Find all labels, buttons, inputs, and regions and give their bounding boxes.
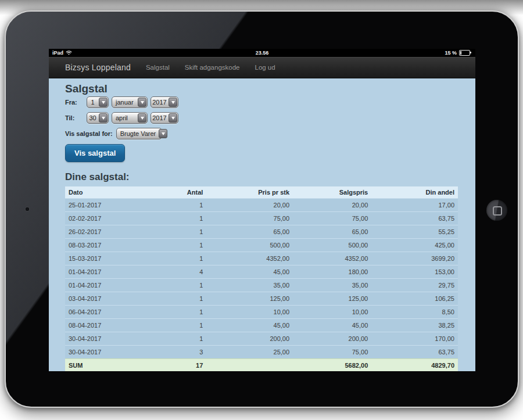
- from-day-select[interactable]: 1: [87, 96, 109, 108]
- cell-number: 65,00: [206, 225, 293, 239]
- table-row: 08-04-2017145,0045,0038,25: [65, 319, 458, 332]
- from-month-select[interactable]: januar: [112, 96, 148, 108]
- from-year-value: 2017: [151, 97, 168, 107]
- battery-icon: [459, 50, 470, 56]
- table-row: 25-01-2017120,0020,0017,00: [65, 199, 458, 212]
- to-month-select[interactable]: april: [112, 112, 148, 124]
- cell-number: 1: [152, 319, 207, 332]
- cell-date: 03-04-2017: [65, 292, 152, 306]
- cell-date: 30-04-2017: [65, 346, 152, 359]
- cell-number: 10,00: [293, 306, 371, 319]
- cell-number: 63,75: [371, 346, 458, 359]
- table-row: 06-04-2017110,0010,008,50: [65, 306, 458, 319]
- cell-number: 55,25: [371, 225, 458, 239]
- filter-select[interactable]: Brugte Varer: [116, 128, 162, 139]
- cell-number: 200,00: [206, 332, 293, 346]
- cell-number: 4: [152, 265, 207, 279]
- battery-fill: [460, 51, 461, 55]
- navbar: Bizsys Loppeland Salgstal Skift adgangsk…: [49, 57, 475, 78]
- nav-item-log-ud[interactable]: Log ud: [255, 64, 275, 71]
- filter-value: Brugte Varer: [117, 128, 159, 139]
- show-sales-button[interactable]: Vis salgstal: [65, 144, 125, 162]
- battery-percent: 15 %: [445, 50, 457, 56]
- table-row: 01-04-2017445,00180,00153,00: [65, 265, 458, 279]
- cell-number: 65,00: [293, 225, 371, 239]
- cell-number: 125,00: [293, 292, 371, 306]
- home-button[interactable]: [486, 200, 507, 221]
- table-row: 08-03-20171500,00500,00425,00: [65, 239, 458, 252]
- from-day-value: 1: [87, 97, 98, 107]
- cell-number: 75,00: [293, 212, 371, 225]
- cell-number: 17,00: [371, 199, 458, 212]
- cell-date: 01-04-2017: [65, 279, 152, 292]
- to-day-select[interactable]: 30: [87, 112, 109, 124]
- cell-number: 1: [152, 239, 207, 252]
- chevron-down-icon: [99, 98, 108, 107]
- cell-date: 15-03-2017: [65, 252, 152, 265]
- cell-number: 45,00: [206, 319, 293, 332]
- cell-number: 25,00: [206, 346, 293, 359]
- wifi-icon: [66, 50, 72, 56]
- battery-nub: [470, 52, 471, 53]
- cell-number: 1: [152, 306, 207, 319]
- cell-number: 75,00: [206, 212, 293, 225]
- cell-number: 500,00: [293, 239, 371, 252]
- cell-number: 38,25: [371, 319, 458, 332]
- cell-number: 125,00: [206, 292, 293, 306]
- table-row: 03-04-20171125,00125,00106,25: [65, 292, 458, 306]
- from-year-select[interactable]: 2017: [151, 96, 178, 108]
- cell-date: 25-01-2017: [65, 199, 152, 212]
- sum-row: SUM 17 5682,00 4829,70: [65, 359, 458, 372]
- cell-number: 20,00: [206, 199, 293, 212]
- main-content: Salgstal Fra: 1 januar 2017 Til:: [49, 82, 475, 371]
- cell-date: 30-04-2017: [65, 332, 152, 346]
- nav-item-salgstal[interactable]: Salgstal: [146, 64, 170, 71]
- cell-number: 1: [152, 279, 207, 292]
- to-month-value: april: [112, 113, 137, 123]
- column-header-salgspris: Salgspris: [293, 186, 371, 199]
- filter-label: Vis salgstal for:: [65, 130, 113, 137]
- home-button-icon: [493, 206, 502, 216]
- column-header-pris-pr-stk: Pris pr stk: [206, 186, 293, 199]
- to-label: Til:: [65, 114, 87, 121]
- nav-links: Salgstal Skift adgangskode Log ud: [146, 64, 275, 71]
- table-header: Dato Antal Pris pr stk Salgspris Din and…: [65, 186, 458, 199]
- table-row: 15-03-201714352,004352,003699,20: [65, 252, 458, 265]
- table-row: 02-02-2017175,0075,0063,75: [65, 212, 458, 225]
- table-row: 26-02-2017165,0065,0055,25: [65, 225, 458, 239]
- cell-number: 180,00: [293, 265, 371, 279]
- cell-number: 20,00: [293, 199, 371, 212]
- from-month-value: januar: [112, 97, 137, 107]
- cell-date: 02-02-2017: [65, 212, 152, 225]
- filter-row: Vis salgstal for: Brugte Varer: [65, 128, 458, 139]
- cell-number: 425,00: [371, 239, 458, 252]
- to-year-select[interactable]: 2017: [151, 112, 178, 124]
- cell-number: 35,00: [206, 279, 293, 292]
- front-camera-icon: [26, 207, 29, 211]
- cell-number: 1: [152, 225, 207, 239]
- nav-item-skift-adgangskode[interactable]: Skift adgangskode: [185, 64, 240, 71]
- cell-number: 106,25: [371, 292, 458, 306]
- chevron-down-icon: [138, 113, 146, 123]
- sum-pris-pr-stk: [206, 359, 293, 372]
- cell-date: 26-02-2017: [65, 225, 152, 239]
- cell-number: 1: [152, 332, 207, 346]
- cell-date: 08-04-2017: [65, 319, 152, 332]
- cell-number: 1: [152, 212, 207, 225]
- navbar-brand[interactable]: Bizsys Loppeland: [65, 63, 131, 72]
- table-body: 25-01-2017120,0020,0017,0002-02-2017175,…: [65, 199, 458, 359]
- status-bar: iPad 23.56 15 %: [49, 49, 475, 57]
- to-day-value: 30: [87, 113, 98, 123]
- cell-date: 01-04-2017: [65, 265, 152, 279]
- cell-number: 63,75: [371, 212, 458, 225]
- cell-number: 75,00: [293, 346, 371, 359]
- from-label: Fra:: [65, 99, 87, 106]
- sum-din-andel: 4829,70: [371, 359, 458, 372]
- sum-antal: 17: [152, 359, 207, 372]
- chevron-down-icon: [159, 129, 167, 138]
- table-row: 30-04-20171200,00200,00170,00: [65, 332, 458, 346]
- cell-number: 8,50: [371, 306, 458, 319]
- cell-number: 45,00: [293, 319, 371, 332]
- table-row: 30-04-2017325,0075,0063,75: [65, 346, 458, 359]
- page-title: Salgstal: [65, 82, 458, 95]
